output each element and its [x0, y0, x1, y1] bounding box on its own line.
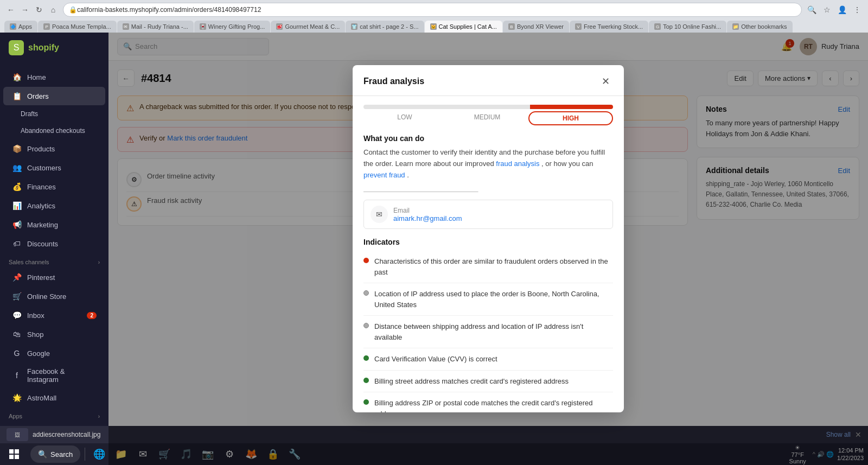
browser-tab[interactable]: GTop 10 Online Fashi...	[649, 21, 726, 33]
windows-start-btn[interactable]	[4, 444, 24, 464]
browser-tab[interactable]: 📁Other bookmarks	[727, 21, 792, 33]
tab-favicon: 🐱	[430, 23, 437, 30]
taskbar-app-edge[interactable]: 🌐	[90, 444, 109, 464]
products-icon: 📦	[12, 144, 22, 154]
indicator-dot-0	[363, 258, 369, 263]
modal-title: Fraud analysis	[363, 77, 424, 86]
taskbar-search-icon: 🔍	[38, 450, 47, 458]
indicator-text-3: Card Verification Value (CVV) is correct	[374, 354, 497, 365]
indicator-item-2: Distance between shipping address and lo…	[363, 316, 613, 348]
browser-tab[interactable]: 🥩Gourmet Meat & C...	[271, 21, 345, 33]
indicators-list: Characteristics of this order are simila…	[363, 251, 613, 412]
sidebar-item-discounts[interactable]: 🏷Discounts	[3, 234, 105, 253]
browser-extensions-icon[interactable]: 🔍	[805, 3, 818, 16]
browser-profile-icon[interactable]: 👤	[835, 3, 848, 16]
sidebar-label-astromall: AstroMall	[27, 394, 97, 402]
indicator-dot-5	[363, 399, 369, 405]
sidebar-item-inbox[interactable]: 💬Inbox2	[3, 306, 105, 324]
tab-favicon: ✉	[123, 23, 129, 30]
indicator-item-4: Billing street address matches credit ca…	[363, 371, 613, 393]
sidebar-label-abandoned: Abandoned checkouts	[21, 127, 97, 135]
notif-thumb: 🖼	[7, 428, 28, 441]
pinterest-icon: 📌	[12, 272, 22, 282]
sidebar-item-abandoned[interactable]: Abandoned checkouts	[3, 123, 105, 139]
tab-label: Free Twerking Stock...	[584, 23, 643, 30]
tab-favicon: G	[654, 23, 661, 30]
customer-email-link[interactable]: aimark.hr@gmail.com	[393, 214, 462, 222]
home-icon: 🏠	[12, 72, 22, 82]
sidebar-item-home[interactable]: 🏠Home	[3, 68, 105, 86]
sidebar-item-facebook[interactable]: fFacebook & Instagram	[3, 363, 105, 388]
url-text: california-baskets.myshopify.com/admin/o…	[77, 6, 261, 14]
sidebar-label-pinterest: Pinterest	[27, 273, 97, 282]
fraud-modal: Fraud analysis ✕ LOW MEDIUM HIGH	[353, 65, 624, 412]
prevent-fraud-link[interactable]: prevent fraud	[363, 171, 405, 179]
browser-menu-icon[interactable]: ⋮	[851, 3, 864, 16]
browser-tab[interactable]: ✉Mail - Rudy Triana -...	[117, 21, 194, 33]
tab-favicon: 🍷	[200, 23, 206, 30]
svg-rect-1	[15, 449, 19, 454]
modal-close-btn[interactable]: ✕	[598, 74, 613, 89]
what-you-can-do-title: What you can do	[363, 134, 613, 143]
sidebar-item-customers[interactable]: 👥Customers	[3, 158, 105, 177]
tab-favicon: 🔷	[10, 23, 16, 30]
customers-icon: 👥	[12, 163, 22, 173]
browser-tab[interactable]: 🔷Apps	[4, 21, 37, 33]
sidebar-item-astromall[interactable]: 🌟AstroMall	[3, 388, 105, 407]
browser-tab[interactable]: BByond XR Viewer	[503, 21, 569, 33]
indicator-text-0: Characteristics of this order are simila…	[374, 256, 613, 277]
shopify-icon: S	[9, 40, 24, 55]
what-you-can-do-section: What you can do Contact the customer to …	[363, 134, 613, 181]
sidebar-item-finances[interactable]: 💰Finances	[3, 177, 105, 196]
risk-label-low[interactable]: LOW	[363, 111, 446, 125]
indicator-text-1: Location of IP address used to place the…	[374, 289, 613, 310]
sidebar-label-discounts: Discounts	[27, 240, 97, 248]
analytics-icon: 📊	[12, 201, 22, 211]
sidebar-item-shop[interactable]: 🛍Shop	[3, 325, 105, 343]
tab-label: Byond XR Viewer	[517, 23, 564, 30]
risk-label-high[interactable]: HIGH	[528, 111, 613, 125]
apps-label: Apps›	[0, 407, 108, 422]
taskbar-search[interactable]: 🔍 Search	[30, 445, 80, 463]
tab-label: Apps	[18, 23, 32, 30]
tab-favicon: 📁	[732, 23, 739, 30]
browser-tab[interactable]: PPoaca Muse Templa...	[38, 21, 117, 33]
google-icon: G	[12, 348, 22, 358]
sidebar-label-home: Home	[27, 73, 97, 81]
browser-tab[interactable]: VFree Twerking Stock...	[570, 21, 648, 33]
browser-address-bar[interactable]: 🔒 california-baskets.myshopify.com/admin…	[63, 3, 802, 17]
browser-forward-btn[interactable]: →	[18, 3, 31, 16]
browser-reload-btn[interactable]: ↻	[33, 3, 46, 16]
fraud-analysis-link[interactable]: fraud analysis	[496, 160, 539, 168]
tab-label: Cat Supplies | Cat A...	[439, 23, 497, 30]
sidebar-label-google: Google	[27, 349, 97, 358]
sidebar-item-online-store[interactable]: 🛒Online Store	[3, 287, 105, 305]
sidebar-item-pinterest[interactable]: 📌Pinterest	[3, 268, 105, 286]
sidebar-item-orders[interactable]: 📋Orders	[3, 87, 105, 105]
browser-back-btn[interactable]: ←	[4, 3, 17, 16]
or-text: , or how you can	[541, 160, 593, 168]
browser-tab[interactable]: 🐱Cat Supplies | Cat A...	[425, 21, 502, 33]
lock-icon: 🔒	[69, 6, 77, 14]
browser-tab[interactable]: 🍷Winery Gifting Prog...	[194, 21, 271, 33]
indicators-title: Indicators	[363, 238, 613, 246]
tab-label: cat shirt - page 2 - S...	[360, 23, 418, 30]
sidebar-item-google[interactable]: GGoogle	[3, 344, 105, 362]
sidebar-item-marketing[interactable]: 📢Marketing	[3, 215, 105, 234]
email-label: Email	[393, 207, 462, 214]
taskbar-search-label: Search	[50, 450, 73, 458]
indicator-dot-2	[363, 323, 369, 328]
indicator-item-5: Billing address ZIP or postal code match…	[363, 392, 613, 412]
sidebar-item-analytics[interactable]: 📊Analytics	[3, 196, 105, 215]
strikethrough-annotation: — — — — — — — — — — — — — —	[363, 187, 613, 195]
online-store-icon: 🛒	[12, 291, 22, 301]
risk-label-medium[interactable]: MEDIUM	[446, 111, 528, 125]
browser-home-btn[interactable]: ⌂	[47, 3, 60, 16]
sidebar-item-products[interactable]: 📦Products	[3, 139, 105, 158]
modal-backdrop[interactable]: Fraud analysis ✕ LOW MEDIUM HIGH	[108, 33, 868, 465]
browser-bookmark-icon[interactable]: ☆	[820, 3, 833, 16]
sidebar-label-products: Products	[27, 145, 97, 153]
browser-tab[interactable]: 👕cat shirt - page 2 - S...	[346, 21, 424, 33]
sidebar-item-drafts[interactable]: Drafts	[3, 106, 105, 122]
customer-email-item: ✉ Email aimark.hr@gmail.com	[363, 200, 613, 229]
